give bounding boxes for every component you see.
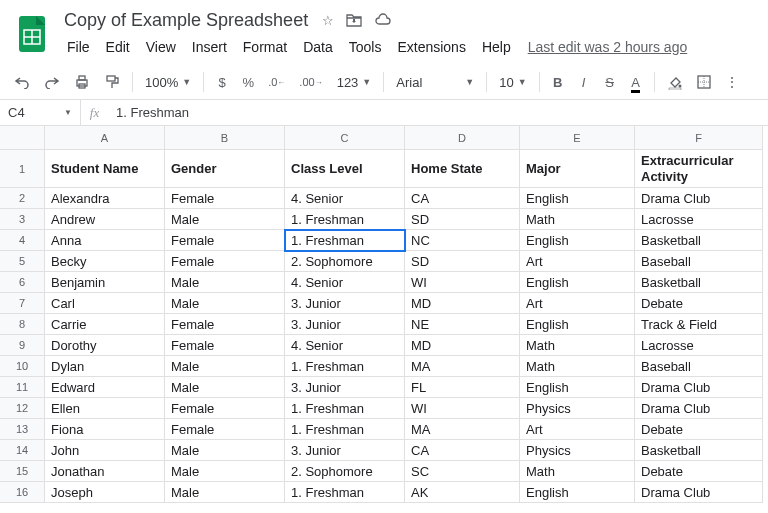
cell[interactable]: 1. Freshman (285, 482, 405, 503)
cell[interactable]: John (45, 440, 165, 461)
menu-extensions[interactable]: Extensions (390, 35, 472, 59)
cell[interactable]: Basketball (635, 230, 763, 251)
cell[interactable]: 1. Freshman (285, 356, 405, 377)
row-header[interactable]: 5 (0, 251, 45, 272)
cell[interactable]: 2. Sophomore (285, 251, 405, 272)
zoom-select[interactable]: 100%▼ (139, 71, 197, 94)
cell[interactable]: Female (165, 314, 285, 335)
cell[interactable]: 4. Senior (285, 335, 405, 356)
cell[interactable]: Debate (635, 419, 763, 440)
cell[interactable]: NE (405, 314, 520, 335)
cell[interactable]: Physics (520, 440, 635, 461)
cell[interactable]: Art (520, 419, 635, 440)
cell[interactable]: Baseball (635, 356, 763, 377)
column-header[interactable]: B (165, 126, 285, 150)
cloud-status-icon[interactable] (374, 13, 392, 28)
strikethrough-button[interactable]: S (598, 69, 622, 95)
cell[interactable]: Debate (635, 461, 763, 482)
cell[interactable]: FL (405, 377, 520, 398)
cell[interactable]: 3. Junior (285, 293, 405, 314)
row-header[interactable]: 12 (0, 398, 45, 419)
cell[interactable]: Female (165, 230, 285, 251)
name-box[interactable]: C4▼ (0, 105, 80, 120)
cell[interactable]: 4. Senior (285, 272, 405, 293)
column-header[interactable]: C (285, 126, 405, 150)
cell[interactable]: Drama Club (635, 188, 763, 209)
menu-edit[interactable]: Edit (99, 35, 137, 59)
cell[interactable]: 2. Sophomore (285, 461, 405, 482)
cell[interactable]: Male (165, 482, 285, 503)
menu-format[interactable]: Format (236, 35, 294, 59)
cell[interactable]: Math (520, 335, 635, 356)
cell[interactable]: Ellen (45, 398, 165, 419)
redo-button[interactable] (38, 69, 66, 95)
menu-insert[interactable]: Insert (185, 35, 234, 59)
cell[interactable]: Lacrosse (635, 209, 763, 230)
last-edit-link[interactable]: Last edit was 2 hours ago (528, 39, 688, 55)
column-header[interactable]: D (405, 126, 520, 150)
cell[interactable]: Physics (520, 398, 635, 419)
row-header[interactable]: 2 (0, 188, 45, 209)
cell[interactable]: MA (405, 419, 520, 440)
menu-view[interactable]: View (139, 35, 183, 59)
cell[interactable]: 1. Freshman (285, 209, 405, 230)
cell[interactable]: Drama Club (635, 377, 763, 398)
cell[interactable]: Drama Club (635, 398, 763, 419)
cell[interactable]: 3. Junior (285, 440, 405, 461)
cell[interactable]: Becky (45, 251, 165, 272)
cell[interactable]: Male (165, 209, 285, 230)
row-header[interactable]: 6 (0, 272, 45, 293)
cell[interactable]: Fiona (45, 419, 165, 440)
column-header[interactable]: E (520, 126, 635, 150)
cell[interactable]: Male (165, 440, 285, 461)
cell[interactable]: Math (520, 461, 635, 482)
header-cell[interactable]: Extracurricular Activity (635, 150, 763, 188)
row-header[interactable]: 16 (0, 482, 45, 503)
text-color-button[interactable]: A (624, 69, 648, 95)
cell[interactable]: Female (165, 419, 285, 440)
cell[interactable]: Female (165, 398, 285, 419)
header-cell[interactable]: Gender (165, 150, 285, 188)
cell[interactable]: English (520, 314, 635, 335)
cell[interactable]: Art (520, 251, 635, 272)
cell[interactable]: Baseball (635, 251, 763, 272)
cell[interactable]: Lacrosse (635, 335, 763, 356)
paint-format-button[interactable] (98, 69, 126, 95)
spreadsheet-grid[interactable]: ABCDEF1Student NameGenderClass LevelHome… (0, 126, 768, 503)
cell[interactable]: Art (520, 293, 635, 314)
cell[interactable]: AK (405, 482, 520, 503)
cell[interactable]: English (520, 272, 635, 293)
cell[interactable]: Basketball (635, 272, 763, 293)
row-header[interactable]: 3 (0, 209, 45, 230)
cell[interactable]: English (520, 230, 635, 251)
cell[interactable]: WI (405, 272, 520, 293)
row-header[interactable]: 11 (0, 377, 45, 398)
row-header[interactable]: 10 (0, 356, 45, 377)
cell[interactable]: Carl (45, 293, 165, 314)
row-header[interactable]: 13 (0, 419, 45, 440)
cell[interactable]: Basketball (635, 440, 763, 461)
cell[interactable]: 4. Senior (285, 188, 405, 209)
formula-input[interactable]: 1. Freshman (108, 105, 768, 120)
cell[interactable]: Jonathan (45, 461, 165, 482)
column-header[interactable]: F (635, 126, 763, 150)
cell[interactable]: Drama Club (635, 482, 763, 503)
cell[interactable]: NC (405, 230, 520, 251)
cell[interactable]: SD (405, 251, 520, 272)
cell[interactable]: Female (165, 188, 285, 209)
fill-color-button[interactable] (661, 69, 689, 95)
bold-button[interactable]: B (546, 69, 570, 95)
cell[interactable]: MA (405, 356, 520, 377)
decrease-decimal-button[interactable]: .0← (262, 69, 291, 95)
cell[interactable]: Male (165, 272, 285, 293)
cell[interactable]: 3. Junior (285, 377, 405, 398)
cell[interactable]: Male (165, 461, 285, 482)
menu-file[interactable]: File (60, 35, 97, 59)
select-all-corner[interactable] (0, 126, 45, 150)
cell[interactable]: 3. Junior (285, 314, 405, 335)
menu-data[interactable]: Data (296, 35, 340, 59)
cell[interactable]: Edward (45, 377, 165, 398)
row-header[interactable]: 8 (0, 314, 45, 335)
cell[interactable]: Debate (635, 293, 763, 314)
cell[interactable]: Benjamin (45, 272, 165, 293)
